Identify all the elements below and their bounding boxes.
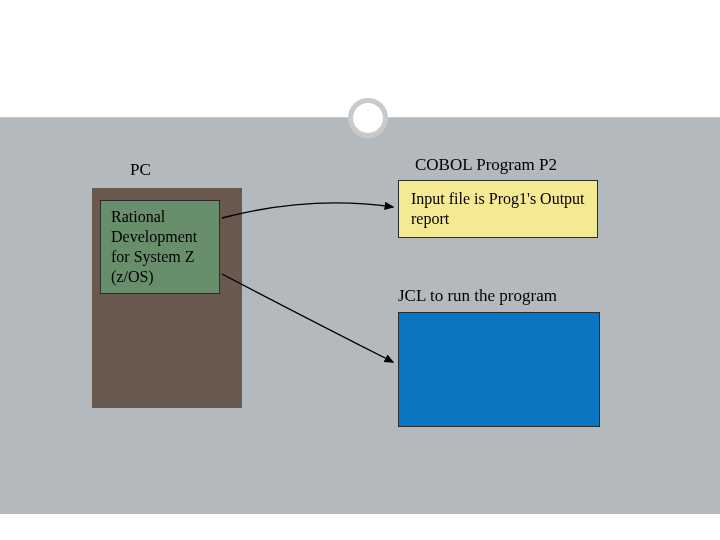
jcl-heading: JCL to run the program <box>398 286 557 306</box>
rational-dev-box: Rational Development for System Z (z/OS) <box>100 200 220 294</box>
ring-icon <box>348 98 388 138</box>
input-file-box: Input file is Prog1's Output report <box>398 180 598 238</box>
pc-label: PC <box>130 160 151 180</box>
jcl-box <box>398 312 600 427</box>
cobol-heading: COBOL Program P2 <box>415 155 557 175</box>
